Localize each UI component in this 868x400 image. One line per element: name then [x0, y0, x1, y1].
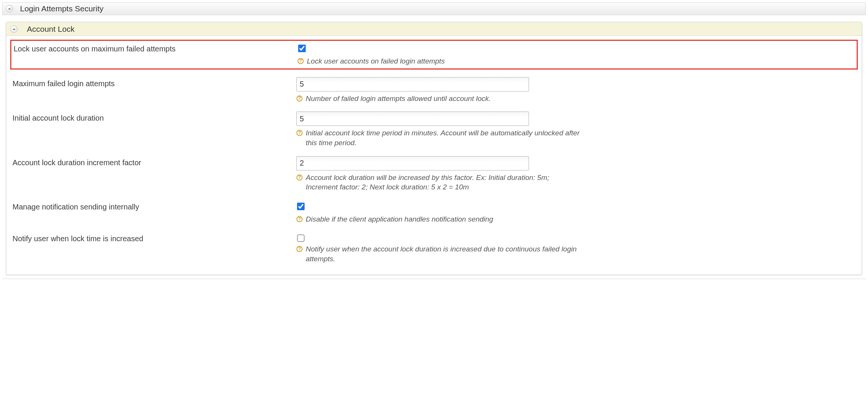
chevron-up-icon: [12, 27, 16, 31]
inner-panel-title: Account Lock: [27, 25, 75, 34]
help-text: Notify user when the account lock durati…: [306, 244, 580, 264]
help-text: Account lock duration will be increased …: [306, 173, 580, 192]
row-max-failed: Maximum failed login attempts ? Number o…: [12, 77, 856, 104]
row-initial-duration: Initial account lock duration ? Initial …: [12, 112, 856, 147]
svg-text:?: ?: [298, 96, 301, 101]
help-text: Initial account lock time period in minu…: [306, 128, 580, 147]
label-lock-on-max: Lock user accounts on maximum failed att…: [14, 42, 297, 53]
login-attempts-security-panel: Login Attempts Security Account Lock Loc…: [2, 2, 866, 279]
help-max-failed: ? Number of failed login attempts allowe…: [296, 94, 580, 104]
input-max-failed[interactable]: [296, 77, 529, 91]
help-text: Lock user accounts on failed login attem…: [307, 56, 445, 66]
help-notify-increase: ? Notify user when the account lock dura…: [296, 244, 580, 264]
form-body: Lock user accounts on maximum failed att…: [6, 36, 862, 274]
outer-panel-title: Login Attempts Security: [20, 4, 104, 13]
control-notify-increase: ? Notify user when the account lock dura…: [296, 232, 580, 264]
help-manage-notif: ? Disable if the client application hand…: [296, 214, 580, 224]
control-manage-notif: ? Disable if the client application hand…: [296, 200, 580, 224]
checkbox-manage-notif[interactable]: [297, 203, 305, 210]
label-max-failed: Maximum failed login attempts: [12, 77, 296, 88]
svg-text:?: ?: [298, 130, 301, 136]
control-initial-duration: ? Initial account lock time period in mi…: [296, 112, 580, 147]
help-icon: ?: [297, 58, 304, 64]
svg-text:?: ?: [298, 247, 301, 252]
control-max-failed: ? Number of failed login attempts allowe…: [296, 77, 580, 104]
inner-panel-header: Account Lock: [6, 22, 862, 36]
row-lock-on-max: Lock user accounts on maximum failed att…: [14, 42, 854, 66]
row-notify-increase: Notify user when lock time is increased …: [12, 232, 856, 264]
label-increment-factor: Account lock duration increment factor: [12, 156, 296, 167]
control-increment-factor: ? Account lock duration will be increase…: [296, 156, 580, 192]
help-initial-duration: ? Initial account lock time period in mi…: [296, 128, 580, 147]
help-icon: ?: [296, 95, 303, 102]
chevron-up-icon: [8, 7, 11, 11]
checkbox-notify-increase[interactable]: [297, 234, 305, 242]
svg-text:?: ?: [298, 216, 301, 222]
help-icon: ?: [296, 130, 303, 136]
input-initial-duration[interactable]: [296, 112, 529, 126]
label-notify-increase: Notify user when lock time is increased: [12, 232, 296, 243]
help-text: Number of failed login attempts allowed …: [306, 94, 491, 104]
help-increment-factor: ? Account lock duration will be increase…: [296, 173, 580, 192]
help-icon: ?: [296, 246, 303, 252]
svg-text:?: ?: [298, 175, 301, 180]
help-lock-on-max: ? Lock user accounts on failed login att…: [297, 56, 581, 66]
row-manage-notif: Manage notification sending internally ?…: [12, 200, 856, 224]
input-increment-factor[interactable]: [296, 156, 529, 171]
collapse-toggle-outer[interactable]: [6, 5, 13, 12]
collapse-toggle-inner[interactable]: [10, 25, 18, 33]
label-manage-notif: Manage notification sending internally: [12, 200, 296, 211]
help-text: Disable if the client application handle…: [306, 214, 493, 224]
account-lock-panel: Account Lock Lock user accounts on maxim…: [6, 22, 862, 275]
help-icon: ?: [296, 174, 303, 181]
outer-panel-header: Login Attempts Security: [2, 2, 866, 15]
label-initial-duration: Initial account lock duration: [12, 112, 296, 122]
checkbox-lock-on-max[interactable]: [298, 45, 306, 52]
help-icon: ?: [296, 216, 303, 222]
control-lock-on-max: ? Lock user accounts on failed login att…: [297, 42, 581, 66]
highlighted-setting: Lock user accounts on maximum failed att…: [10, 40, 858, 70]
svg-text:?: ?: [299, 58, 302, 64]
row-increment-factor: Account lock duration increment factor ?…: [12, 156, 856, 192]
